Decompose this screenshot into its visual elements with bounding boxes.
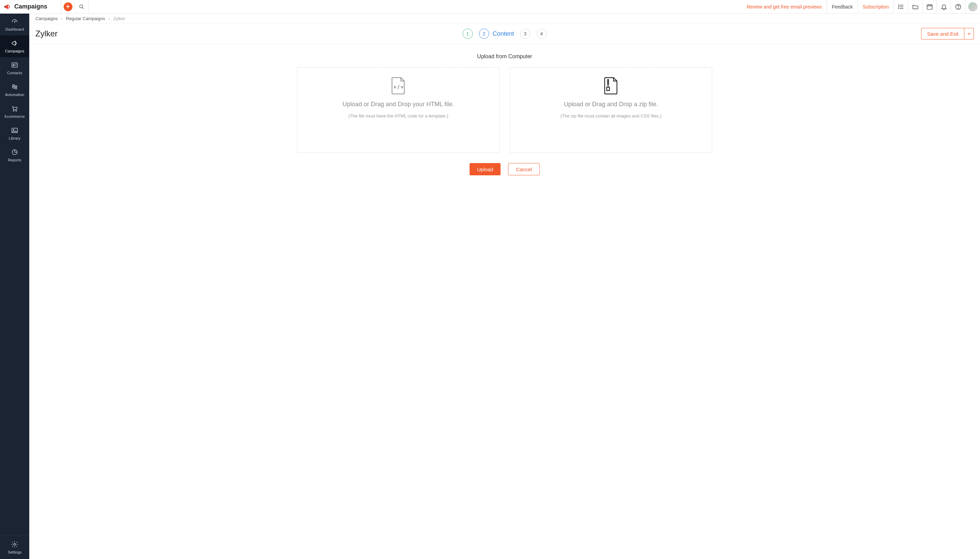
list-view-button[interactable]	[894, 0, 908, 13]
dropzone-title: Upload or Drag and Drop your HTML file.	[343, 101, 454, 108]
svg-rect-0	[5, 6, 5, 8]
sidenav-label: Settings	[8, 550, 22, 554]
sidenav-label: Campaigns	[5, 49, 25, 53]
help-button[interactable]	[951, 0, 965, 13]
topbar: Campaigns + Review and get free email pr…	[0, 0, 980, 13]
sidenav-label: Reports	[8, 158, 21, 162]
chevron-right-icon: ›	[61, 17, 63, 21]
upload-button[interactable]: Upload	[470, 163, 501, 175]
bell-icon	[940, 3, 947, 10]
list-icon	[898, 3, 904, 10]
plus-icon: +	[64, 2, 73, 11]
add-button[interactable]: +	[61, 0, 75, 13]
brand-title: Campaigns	[14, 3, 47, 10]
breadcrumb: Campaigns › Regular Campaigns › Zylker	[29, 13, 980, 24]
save-exit-menu-button[interactable]	[964, 28, 974, 40]
megaphone-icon	[11, 40, 18, 47]
gauge-icon	[11, 18, 18, 25]
sidenav-label: Automation	[5, 93, 25, 97]
cancel-button[interactable]: Cancel	[508, 163, 539, 175]
step-number: 4	[536, 28, 547, 39]
search-button[interactable]	[75, 0, 89, 13]
notifications-button[interactable]	[936, 0, 951, 13]
sidenav-item-ecommerce[interactable]: Ecommerce	[0, 101, 29, 122]
dropzone-subtitle: (The file must have the HTML code for a …	[348, 113, 449, 119]
svg-line-2	[82, 8, 84, 9]
subscription-link[interactable]: Subscription	[858, 0, 894, 13]
svg-point-22	[15, 87, 16, 89]
sidenav: Dashboard Campaigns Contacts Automation	[0, 13, 29, 559]
folder-button[interactable]	[908, 0, 922, 13]
sidenav-item-dashboard[interactable]: Dashboard	[0, 13, 29, 35]
step-number: 2	[479, 28, 489, 39]
content: Campaigns › Regular Campaigns › Zylker Z…	[29, 13, 980, 559]
caret-down-icon	[967, 32, 971, 35]
page-title: Zylker	[35, 29, 58, 38]
step-number: 3	[520, 28, 531, 39]
profile-avatar[interactable]	[965, 0, 980, 13]
svg-point-7	[898, 8, 899, 9]
dropzone-row: Upload or Drag and Drop your HTML file. …	[297, 67, 712, 153]
svg-point-24	[16, 110, 16, 111]
help-icon	[955, 3, 962, 10]
search-icon	[79, 4, 85, 10]
sidenav-item-settings[interactable]: Settings	[0, 536, 29, 559]
breadcrumb-link[interactable]: Campaigns	[35, 16, 58, 21]
stepper: 1 2 Content 3 4	[462, 28, 546, 39]
svg-point-14	[958, 8, 958, 8]
svg-rect-34	[607, 87, 609, 91]
action-buttons: Upload Cancel	[470, 163, 539, 175]
step-number: 1	[462, 28, 473, 39]
header-actions: Save and Exit	[921, 28, 974, 40]
sidenav-item-automation[interactable]: Automation	[0, 79, 29, 101]
review-previews-link[interactable]: Review and get free email previews	[742, 0, 827, 13]
topbar-spacer	[89, 0, 742, 13]
main: Dashboard Campaigns Contacts Automation	[0, 13, 980, 559]
zip-dropzone[interactable]: Upload or Drag and Drop a zip file. (The…	[510, 67, 712, 153]
zip-file-icon	[603, 77, 619, 95]
automation-icon	[11, 83, 18, 91]
breadcrumb-current: Zylker	[113, 16, 125, 21]
chevron-right-icon: ›	[109, 17, 110, 21]
sidenav-item-reports[interactable]: Reports	[0, 144, 29, 166]
calendar-icon	[926, 3, 933, 10]
calendar-button[interactable]	[922, 0, 936, 13]
image-icon	[11, 127, 18, 134]
step-1[interactable]: 1	[462, 28, 473, 39]
html-dropzone[interactable]: Upload or Drag and Drop your HTML file. …	[297, 67, 500, 153]
cart-icon	[11, 105, 18, 112]
sidenav-item-library[interactable]: Library	[0, 122, 29, 144]
sidenav-item-contacts[interactable]: Contacts	[0, 57, 29, 79]
section-title: Upload from Computer	[477, 53, 532, 60]
save-exit-button[interactable]: Save and Exit	[921, 28, 964, 40]
html-file-icon	[391, 77, 406, 95]
svg-point-16	[14, 22, 15, 23]
svg-point-5	[898, 7, 899, 7]
svg-point-21	[13, 85, 15, 87]
svg-point-18	[13, 64, 14, 65]
step-label: Content	[492, 30, 514, 38]
sidenav-item-campaigns[interactable]: Campaigns	[0, 35, 29, 57]
sidenav-label: Contacts	[7, 71, 22, 75]
dropzone-title: Upload or Drag and Drop a zip file.	[564, 101, 658, 108]
step-2[interactable]: 2 Content	[479, 28, 514, 39]
breadcrumb-link[interactable]: Regular Campaigns	[66, 16, 105, 21]
gear-icon	[11, 541, 18, 548]
step-4[interactable]: 4	[536, 28, 547, 39]
svg-point-1	[80, 5, 82, 8]
svg-rect-9	[927, 5, 932, 9]
megaphone-icon	[3, 3, 12, 11]
brand[interactable]: Campaigns	[0, 0, 61, 13]
step-3[interactable]: 3	[520, 28, 531, 39]
svg-point-23	[13, 110, 14, 111]
svg-point-3	[898, 5, 899, 5]
sidenav-label: Dashboard	[5, 27, 24, 31]
page-body: Upload from Computer Upload or Drag and …	[29, 44, 980, 189]
svg-point-26	[13, 129, 14, 131]
feedback-link[interactable]: Feedback	[827, 0, 857, 13]
page-header: Zylker 1 2 Content 3 4 Save and Exit	[29, 24, 980, 44]
contact-card-icon	[11, 61, 18, 69]
sidenav-label: Library	[9, 136, 20, 140]
svg-rect-17	[12, 63, 18, 68]
folder-icon	[912, 3, 919, 10]
